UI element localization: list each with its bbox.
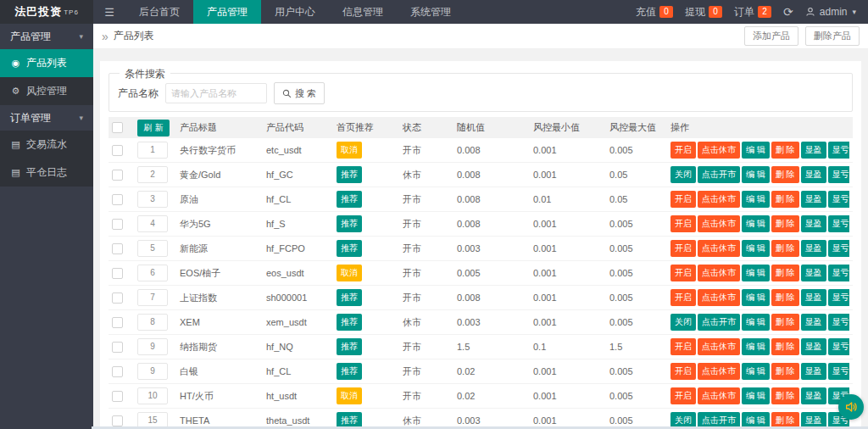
edit-button[interactable]: 编 辑 bbox=[742, 142, 770, 159]
row-checkbox[interactable] bbox=[112, 317, 123, 328]
recommend-badge[interactable]: 推荐 bbox=[337, 215, 362, 232]
delete-button[interactable]: 删 除 bbox=[771, 215, 799, 232]
market-toggle-button[interactable]: 点击休市 bbox=[698, 338, 740, 355]
delete-button[interactable]: 删 除 bbox=[771, 314, 799, 331]
show-loss-button[interactable]: 显亏 bbox=[828, 166, 849, 183]
refresh-icon[interactable]: ⟳ bbox=[783, 0, 793, 24]
toggle-open-button[interactable]: 开启 bbox=[670, 363, 696, 380]
toggle-open-button[interactable]: 开启 bbox=[670, 338, 696, 355]
market-toggle-button[interactable]: 点击休市 bbox=[698, 363, 740, 380]
market-toggle-button[interactable]: 点击开市 bbox=[698, 314, 740, 331]
edit-button[interactable]: 编 辑 bbox=[742, 387, 770, 404]
toggle-open-button[interactable]: 关闭 bbox=[670, 314, 696, 331]
recommend-badge[interactable]: 推荐 bbox=[337, 338, 362, 355]
add-product-button[interactable]: 添加产品 bbox=[744, 26, 798, 46]
top-menu-item-1[interactable]: 产品管理 bbox=[193, 0, 261, 24]
row-checkbox[interactable] bbox=[112, 391, 123, 402]
top-menu-item-3[interactable]: 信息管理 bbox=[329, 0, 397, 24]
toggle-open-button[interactable]: 开启 bbox=[670, 387, 696, 404]
table-refresh-button[interactable]: 刷 新 bbox=[137, 120, 170, 136]
toggle-open-button[interactable]: 开启 bbox=[670, 289, 696, 306]
sort-input[interactable]: 8 bbox=[137, 314, 168, 331]
delete-button[interactable]: 删 除 bbox=[771, 338, 799, 355]
edit-button[interactable]: 编 辑 bbox=[742, 166, 770, 183]
show-profit-button[interactable]: 显盈 bbox=[801, 314, 826, 331]
toggle-open-button[interactable]: 关闭 bbox=[670, 166, 696, 183]
sort-input[interactable]: 6 bbox=[137, 265, 168, 281]
toggle-open-button[interactable]: 开启 bbox=[670, 240, 696, 257]
sidebar-group-0[interactable]: 产品管理▾ bbox=[0, 24, 93, 49]
row-checkbox[interactable] bbox=[112, 219, 123, 230]
show-profit-button[interactable]: 显盈 bbox=[801, 289, 826, 306]
show-loss-button[interactable]: 显亏 bbox=[828, 265, 849, 281]
row-checkbox[interactable] bbox=[112, 342, 123, 353]
recommend-badge[interactable]: 推荐 bbox=[337, 314, 362, 331]
top-menu-item-2[interactable]: 用户中心 bbox=[261, 0, 329, 24]
toggle-open-button[interactable]: 开启 bbox=[670, 215, 696, 232]
user-menu[interactable]: admin ▾ bbox=[805, 6, 856, 18]
row-checkbox[interactable] bbox=[112, 415, 123, 426]
recommend-badge[interactable]: 推荐 bbox=[337, 191, 362, 208]
edit-button[interactable]: 编 辑 bbox=[742, 314, 770, 331]
recommend-badge[interactable]: 推荐 bbox=[337, 289, 362, 306]
show-profit-button[interactable]: 显盈 bbox=[801, 215, 826, 232]
delete-button[interactable]: 删 除 bbox=[771, 191, 799, 208]
recommend-badge[interactable]: 取消 bbox=[337, 265, 362, 281]
show-profit-button[interactable]: 显盈 bbox=[801, 191, 826, 208]
delete-button[interactable]: 删 除 bbox=[771, 265, 799, 281]
sort-input[interactable]: 2 bbox=[137, 166, 168, 183]
toggle-open-button[interactable]: 开启 bbox=[670, 191, 696, 208]
recommend-badge[interactable]: 取消 bbox=[337, 142, 362, 159]
delete-button[interactable]: 删 除 bbox=[771, 240, 799, 257]
toggle-open-button[interactable]: 开启 bbox=[670, 142, 696, 159]
row-checkbox[interactable] bbox=[112, 194, 123, 205]
search-input[interactable] bbox=[165, 83, 267, 103]
search-button[interactable]: 搜 索 bbox=[274, 82, 325, 104]
delete-button[interactable]: 删 除 bbox=[771, 142, 799, 159]
show-loss-button[interactable]: 显亏 bbox=[828, 142, 849, 159]
row-checkbox[interactable] bbox=[112, 243, 123, 254]
edit-button[interactable]: 编 辑 bbox=[742, 215, 770, 232]
edit-button[interactable]: 编 辑 bbox=[742, 240, 770, 257]
show-loss-button[interactable]: 显亏 bbox=[828, 314, 849, 331]
show-profit-button[interactable]: 显盈 bbox=[801, 240, 826, 257]
show-profit-button[interactable]: 显盈 bbox=[801, 387, 826, 404]
sidebar-group-1[interactable]: 订单管理▾ bbox=[0, 105, 93, 131]
market-toggle-button[interactable]: 点击休市 bbox=[698, 289, 740, 306]
market-toggle-button[interactable]: 点击休市 bbox=[698, 240, 740, 257]
show-profit-button[interactable]: 显盈 bbox=[801, 166, 826, 183]
recommend-badge[interactable]: 推荐 bbox=[337, 240, 362, 257]
sidebar-item-0-0[interactable]: ◉产品列表 bbox=[0, 49, 93, 77]
show-loss-button[interactable]: 显亏 bbox=[828, 215, 849, 232]
edit-button[interactable]: 编 辑 bbox=[742, 363, 770, 380]
top-menu-item-0[interactable]: 后台首页 bbox=[125, 0, 193, 24]
market-toggle-button[interactable]: 点击休市 bbox=[698, 191, 740, 208]
market-toggle-button[interactable]: 点击休市 bbox=[698, 265, 740, 281]
show-profit-button[interactable]: 显盈 bbox=[801, 265, 826, 281]
show-loss-button[interactable]: 显亏 bbox=[828, 289, 849, 306]
select-all-checkbox[interactable] bbox=[112, 122, 123, 133]
show-profit-button[interactable]: 显盈 bbox=[801, 338, 826, 355]
edit-button[interactable]: 编 辑 bbox=[742, 191, 770, 208]
sidebar-item-1-1[interactable]: ▤平仓日志 bbox=[0, 159, 93, 187]
recommend-badge[interactable]: 取消 bbox=[337, 387, 362, 404]
show-loss-button[interactable]: 显亏 bbox=[828, 240, 849, 257]
market-toggle-button[interactable]: 点击休市 bbox=[698, 215, 740, 232]
sort-input[interactable]: 10 bbox=[137, 387, 168, 404]
toggle-open-button[interactable]: 开启 bbox=[670, 265, 696, 281]
edit-button[interactable]: 编 辑 bbox=[742, 338, 770, 355]
market-toggle-button[interactable]: 点击休市 bbox=[698, 387, 740, 404]
show-loss-button[interactable]: 显亏 bbox=[828, 363, 849, 380]
delete-button[interactable]: 删 除 bbox=[771, 166, 799, 183]
stat-item-1[interactable]: 提现0 bbox=[685, 5, 722, 20]
show-loss-button[interactable]: 显亏 bbox=[828, 191, 849, 208]
show-loss-button[interactable]: 显亏 bbox=[828, 338, 849, 355]
edit-button[interactable]: 编 辑 bbox=[742, 289, 770, 306]
sort-input[interactable]: 5 bbox=[137, 240, 168, 257]
sort-input[interactable]: 3 bbox=[137, 191, 168, 208]
show-profit-button[interactable]: 显盈 bbox=[801, 363, 826, 380]
row-checkbox[interactable] bbox=[112, 292, 123, 304]
sort-input[interactable]: 4 bbox=[137, 215, 168, 232]
top-menu-item-4[interactable]: 系统管理 bbox=[397, 0, 465, 24]
stat-item-2[interactable]: 订单2 bbox=[734, 5, 771, 20]
